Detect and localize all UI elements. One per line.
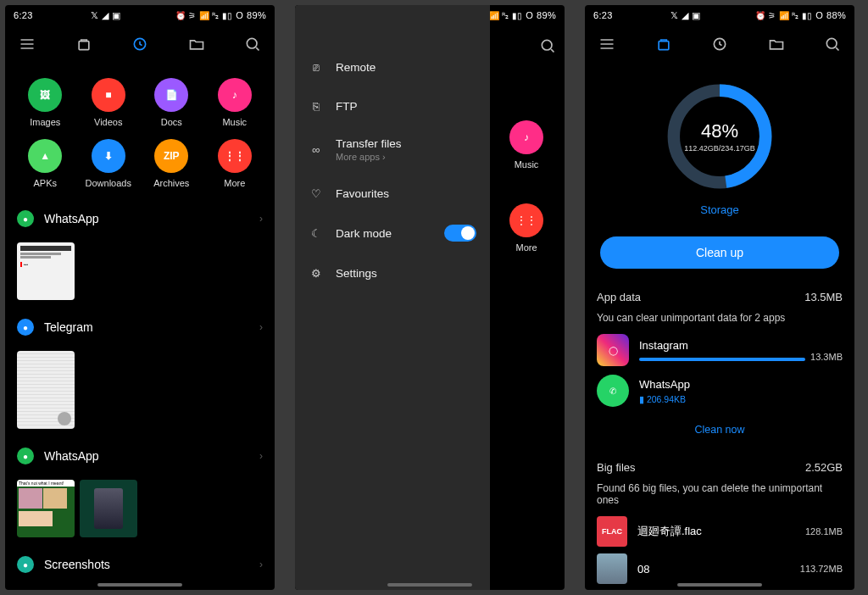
drawer-item-remote[interactable]: ⎚ Remote <box>295 47 490 86</box>
menu-icon[interactable] <box>10 27 44 61</box>
source-icon: ● <box>17 448 34 464</box>
chevron-right-icon: › <box>259 450 263 462</box>
music-icon: ♪ <box>509 120 543 154</box>
tab-folders-icon[interactable] <box>180 27 214 61</box>
thumbnail-strip: That's not what I meant! <box>5 475 275 546</box>
tab-storage-icon[interactable] <box>647 27 681 61</box>
svg-point-6 <box>826 38 837 48</box>
search-icon[interactable] <box>815 27 849 61</box>
svg-rect-0 <box>79 42 89 50</box>
navigation-drawer: ⎚ Remote ⎘ FTP ∞ Transfer files More app… <box>295 5 490 590</box>
category-grid: 🖼 Images ■ Videos 📄 Docs ♪ Music ▲ APKs … <box>5 63 275 200</box>
section-app-data: App data 13.5MB You can clear unimportan… <box>585 272 854 442</box>
thumbnail-strip <box>5 346 275 437</box>
file-row[interactable]: 08 113.72MB <box>597 553 843 584</box>
source-label: Telegram <box>44 320 259 334</box>
status-bar: 6:23 𝕏 ◢ ▣ ⏰ ⚞ 📶 ᴿ₂ ▮▯ O89% <box>5 5 275 25</box>
tab-recent-icon[interactable] <box>703 27 737 61</box>
apks-icon: ▲ <box>28 139 62 173</box>
app-size: ▮ 206.94KB <box>639 394 843 404</box>
source-icon: ● <box>17 210 34 227</box>
thumbnail[interactable] <box>80 480 137 537</box>
background-dimmed: ♪ Music ⋮⋮ More <box>488 25 565 590</box>
source-row[interactable]: ● Telegram › <box>5 309 275 346</box>
instagram-icon: ◯ <box>597 334 629 366</box>
file-size: 128.1MB <box>805 526 843 537</box>
section-size: 13.5MB <box>804 291 843 303</box>
videos-icon: ■ <box>92 78 125 112</box>
top-toolbar <box>5 25 275 63</box>
music-icon: ♪ <box>218 78 252 112</box>
drawer-label: Dark mode <box>336 227 432 240</box>
screenshot-drawer-open: 6:23 𝕏 ◢ ▣ ⏰ ⚞ 📶 ᴿ₂ ▮▯O89% ♪ Music ⋮⋮ Mo… <box>295 5 565 590</box>
source-row[interactable]: ● WhatsApp › <box>5 437 275 475</box>
clean-up-button[interactable]: Clean up <box>600 236 839 269</box>
screenshot-storage-clean: 6:23 𝕏 ◢ ▣ ⏰ ⚞ 📶 ᴿ₂ ▮▯O88% 48% 112.42GB/… <box>585 5 854 590</box>
drawer-item-transfer files[interactable]: ∞ Transfer files More apps › <box>295 125 490 174</box>
chevron-right-icon: › <box>259 321 263 333</box>
storage-bytes: 112.42GB/234.17GB <box>684 144 755 153</box>
drawer-label: Remote <box>336 61 476 74</box>
app-row[interactable]: ◯ Instagram 13.3MB <box>597 334 843 366</box>
chevron-right-icon: › <box>382 152 386 162</box>
drawer-icon: ♡ <box>309 186 324 201</box>
drawer-item-dark mode[interactable]: ☾ Dark mode <box>295 213 490 253</box>
svg-point-3 <box>542 40 552 50</box>
search-icon[interactable] <box>531 29 565 63</box>
source-row[interactable]: ● Screenshots › <box>5 546 275 583</box>
docs-icon: 📄 <box>154 78 188 112</box>
tab-recent-icon[interactable] <box>123 27 157 61</box>
thumbnail[interactable]: ▪▪▪ <box>17 242 75 300</box>
category-label: APKs <box>33 178 57 188</box>
drawer-icon: ⚙ <box>309 265 324 281</box>
app-row[interactable]: ✆ WhatsApp ▮ 206.94KB <box>597 375 843 407</box>
file-name: 08 <box>637 563 790 576</box>
thumbnail[interactable]: That's not what I meant! <box>17 480 75 537</box>
tab-storage-icon[interactable] <box>67 27 101 61</box>
source-label: Screenshots <box>44 558 259 571</box>
category-images[interactable]: 🖼 Images <box>14 78 77 127</box>
drawer-item-favourites[interactable]: ♡ Favourites <box>295 174 490 213</box>
category-label: Downloads <box>86 178 131 188</box>
home-indicator[interactable] <box>387 583 472 587</box>
section-big-files: Big files 2.52GB Found 66 big files, you… <box>585 442 854 590</box>
category-downloads[interactable]: ⬇ Downloads <box>77 139 141 188</box>
drawer-label: Transfer files <box>336 137 476 150</box>
file-row[interactable]: FLAC 迴廻奇譚.flac 128.1MB <box>597 516 843 547</box>
thumbnail-strip: ▪▪▪ <box>5 237 275 309</box>
category-archives[interactable]: ZIP Archives <box>140 139 203 188</box>
drawer-icon: ⎘ <box>309 98 324 114</box>
category-more[interactable]: ⋮⋮ More <box>203 139 267 188</box>
category-label: Music <box>222 117 247 127</box>
dark-mode-toggle[interactable] <box>444 225 476 242</box>
category-label: Videos <box>94 117 122 127</box>
drawer-item-ftp[interactable]: ⎘ FTP <box>295 86 490 125</box>
category-label: Archives <box>153 178 189 188</box>
chevron-right-icon: › <box>259 213 263 225</box>
section-title: App data <box>597 291 641 303</box>
search-icon[interactable] <box>236 27 270 61</box>
menu-icon[interactable] <box>590 27 624 61</box>
drawer-item-settings[interactable]: ⚙ Settings <box>295 253 490 292</box>
svg-rect-4 <box>659 42 669 50</box>
clean-now-link[interactable]: Clean now <box>597 415 843 439</box>
category-apks[interactable]: ▲ APKs <box>14 139 77 188</box>
source-row[interactable]: ● WhatsApp › <box>5 200 275 237</box>
app-name: Instagram <box>639 339 843 352</box>
home-indicator[interactable] <box>677 583 762 587</box>
drawer-icon: ☾ <box>309 225 324 241</box>
tab-folders-icon[interactable] <box>760 27 793 61</box>
home-indicator[interactable] <box>97 583 182 587</box>
category-label: More <box>224 178 245 188</box>
storage-label[interactable]: Storage <box>700 203 739 216</box>
category-videos[interactable]: ■ Videos <box>77 78 141 127</box>
category-music[interactable]: ♪ Music <box>203 78 267 127</box>
category-docs[interactable]: 📄 Docs <box>140 78 203 127</box>
drawer-label: Favourites <box>336 187 476 200</box>
more-icon: ⋮⋮ <box>218 139 252 173</box>
downloads-icon: ⬇ <box>92 139 125 173</box>
whatsapp-icon: ✆ <box>597 375 629 407</box>
thumbnail[interactable] <box>17 351 75 429</box>
file-type-icon <box>597 553 627 584</box>
section-size: 2.52GB <box>805 461 843 474</box>
